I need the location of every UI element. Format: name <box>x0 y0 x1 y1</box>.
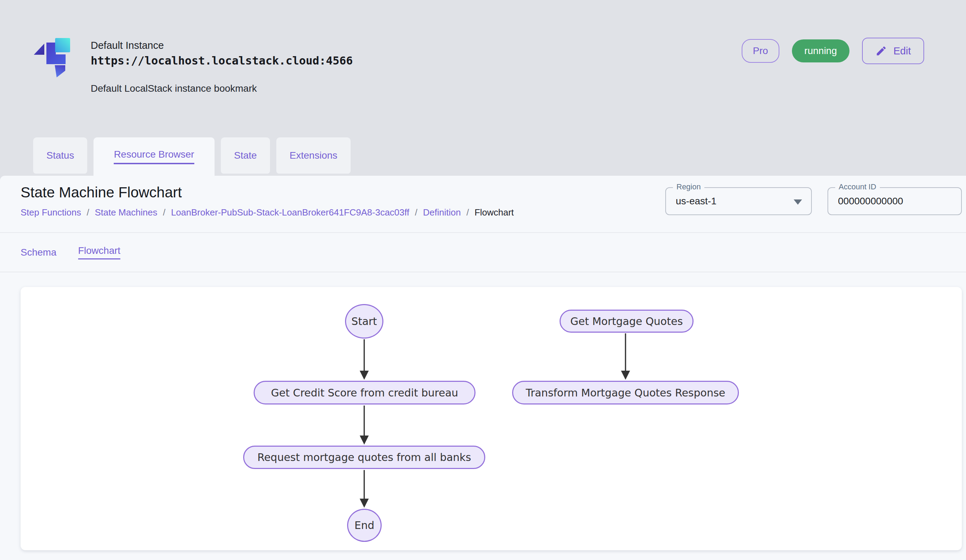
region-value: us-east-1 <box>666 188 811 215</box>
logo-shape-square <box>55 38 70 52</box>
subtab-schema[interactable]: Schema <box>21 247 56 258</box>
tab-state[interactable]: State <box>221 138 270 174</box>
status-badge: running <box>792 39 849 62</box>
page-title: State Machine Flowchart <box>21 184 966 201</box>
instance-info: Default Instance https://localhost.local… <box>91 38 353 94</box>
account-id-label: Account ID <box>835 183 880 191</box>
divider <box>0 272 966 272</box>
flowchart-canvas: Start Get Mortgage Quotes Get Credit Sco… <box>21 287 962 550</box>
tab-resource-browser[interactable]: Resource Browser <box>94 138 214 176</box>
breadcrumb-separator: / <box>87 207 89 218</box>
breadcrumb-current: Flowchart <box>475 207 514 218</box>
breadcrumb-separator: / <box>467 207 469 218</box>
chevron-down-icon <box>794 200 802 205</box>
account-id-field: Account ID <box>828 187 962 215</box>
flowchart-edges <box>21 287 962 550</box>
edit-button[interactable]: Edit <box>862 38 924 64</box>
breadcrumb-state-machines[interactable]: State Machines <box>95 207 157 218</box>
flowchart-node-get-mortgage-quotes: Get Mortgage Quotes <box>560 309 693 332</box>
localstack-logo <box>33 37 72 77</box>
flowchart-node-transform-response: Transform Mortgage Quotes Response <box>512 381 739 404</box>
pro-badge: Pro <box>742 39 779 63</box>
tab-extensions[interactable]: Extensions <box>276 138 351 174</box>
tab-status[interactable]: Status <box>33 138 87 174</box>
pencil-icon <box>875 45 887 57</box>
breadcrumb-state-machine-name[interactable]: LoanBroker-PubSub-Stack-LoanBroker641FC9… <box>171 207 409 218</box>
flowchart-node-get-credit-score: Get Credit Score from credit bureau <box>254 381 475 404</box>
instance-name: Default Instance <box>91 38 353 52</box>
region-label: Region <box>673 183 704 191</box>
instance-description: Default LocalStack instance bookmark <box>91 83 353 94</box>
breadcrumb-separator: / <box>415 207 417 218</box>
region-select[interactable]: Region us-east-1 <box>665 187 812 215</box>
title-row: State Machine Flowchart Step Functions /… <box>0 176 966 232</box>
breadcrumb: Step Functions / State Machines / LoanBr… <box>21 207 966 218</box>
divider <box>0 232 966 233</box>
account-id-input[interactable] <box>828 188 940 215</box>
flowchart-node-end: End <box>347 509 382 542</box>
flowchart-node-start: Start <box>345 304 383 339</box>
definition-subtabs: Schema Flowchart <box>21 233 120 272</box>
breadcrumb-separator: / <box>163 207 165 218</box>
subtab-flowchart[interactable]: Flowchart <box>78 245 120 259</box>
logo-shape-triangle-left <box>34 44 44 55</box>
edit-button-label: Edit <box>894 45 911 57</box>
flowchart-node-request-quotes: Request mortgage quotes from all banks <box>243 445 485 469</box>
instance-url: https://localhost.localstack.cloud:4566 <box>91 52 353 69</box>
main-tabs: Status Resource Browser State Extensions <box>33 138 351 176</box>
logo-shape-triangle-bottom <box>55 65 65 77</box>
header-actions: Pro running Edit <box>742 38 924 64</box>
resource-browser-panel: State Machine Flowchart Step Functions /… <box>0 176 966 560</box>
breadcrumb-step-functions[interactable]: Step Functions <box>21 207 81 218</box>
breadcrumb-definition[interactable]: Definition <box>423 207 461 218</box>
